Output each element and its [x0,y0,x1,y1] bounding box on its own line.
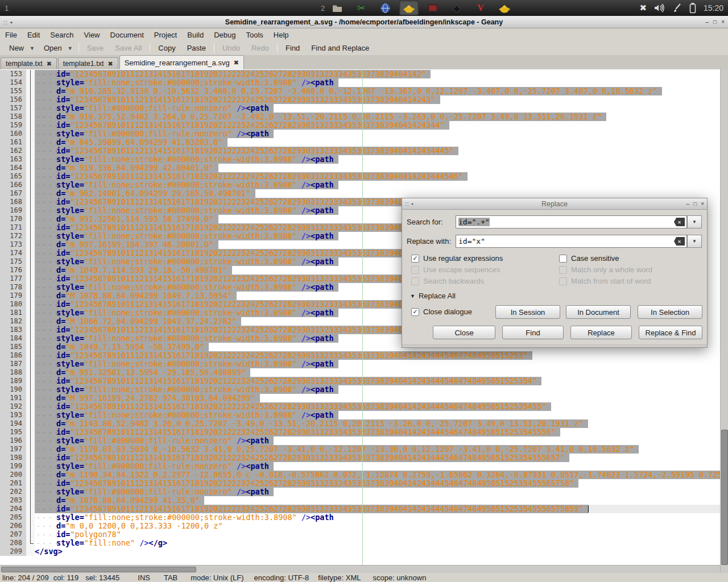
fold-margin[interactable] [26,317,35,326]
scissors-icon[interactable]: ✂ [351,1,371,15]
menu-help[interactable]: Help [268,30,294,40]
tab-template1.txt[interactable]: template1.txt✖ [58,57,118,69]
terminal-icon[interactable] [423,1,442,15]
replace-dialog-titlebar[interactable]: :: ▪ Replace – □ × [402,198,707,210]
checkbox-word-start[interactable]: Match from start of word [559,277,651,285]
file-manager-icon[interactable] [328,1,347,15]
maximize-button[interactable]: □ [713,19,717,25]
close-button-dialog[interactable]: Close [433,326,495,339]
chevron-down-icon[interactable]: ▼ [68,44,76,53]
fold-margin[interactable] [26,95,35,104]
vertical-scrollbar-thumb[interactable] [721,430,728,565]
tab-close-icon[interactable]: ✖ [47,60,52,68]
fold-margin[interactable] [26,419,35,428]
fold-margin[interactable] [26,70,35,78]
menu-debug[interactable]: Debug [209,30,241,40]
fold-margin[interactable] [26,522,35,530]
replace-all-expander[interactable]: ▼ Replace All [410,292,456,300]
fold-margin[interactable] [26,436,35,445]
horizontal-scrollbar-thumb[interactable] [1,567,196,572]
battery-icon[interactable] [689,2,697,14]
find-button[interactable]: Find [502,326,564,339]
paste-button[interactable]: Paste [181,42,212,54]
fold-margin[interactable] [26,411,35,419]
in-session-button[interactable]: In Session [495,305,560,319]
find-button[interactable]: Find [280,42,305,54]
fold-margin[interactable] [26,496,35,505]
fold-margin[interactable] [26,257,35,266]
fold-margin[interactable] [26,479,35,488]
web-browser-icon[interactable] [375,1,395,15]
fold-margin[interactable] [26,275,35,283]
in-selection-button[interactable]: In Selection [638,305,702,319]
copy-button[interactable]: Copy [152,42,181,54]
fold-margin[interactable] [26,428,35,436]
replace-and-find-button[interactable]: Replace & Find [639,326,702,339]
in-document-button[interactable]: In Document [566,305,631,319]
checkbox-search-backwards[interactable]: Search backwards [411,277,484,285]
menu-project[interactable]: Project [149,30,182,40]
teapot-icon[interactable] [399,1,419,15]
fold-margin[interactable] [26,309,35,317]
vertical-scrollbar[interactable] [720,69,728,573]
dialog-menu-icon[interactable]: :: ▪ [405,201,414,207]
fold-margin[interactable] [26,78,35,87]
fold-margin[interactable] [26,360,35,368]
menu-edit[interactable]: Edit [22,30,45,40]
clear-search-icon[interactable]: ✕ [674,218,685,226]
fold-margin[interactable] [26,104,35,113]
inkscape-icon[interactable]: ◆ [447,1,466,15]
fold-margin[interactable] [26,351,35,360]
fold-margin[interactable] [26,223,35,232]
dialog-maximize-button[interactable]: □ [693,201,697,207]
clock[interactable]: 15:20 [704,3,723,13]
fold-margin[interactable] [26,462,35,471]
menu-view[interactable]: View [79,30,105,40]
fold-margin[interactable] [26,368,35,377]
fold-margin[interactable] [26,232,35,240]
fold-margin[interactable] [26,87,35,95]
fold-margin[interactable] [26,300,35,309]
search-input[interactable]: id=".+" ✕ [456,215,687,228]
dialog-close-button[interactable]: × [701,201,704,207]
vlc-icon[interactable]: V [471,1,490,15]
fold-margin[interactable] [26,471,35,479]
fold-margin[interactable] [26,539,35,547]
new-button[interactable]: New [3,42,30,54]
fold-margin[interactable] [26,215,35,223]
fold-margin[interactable] [26,547,35,556]
fold-margin[interactable] [26,343,35,351]
fold-margin[interactable] [26,266,35,275]
brush-icon[interactable] [672,3,682,13]
find-and-replace-button[interactable]: Find and Replace [305,42,375,54]
dialog-resize-handle[interactable] [402,344,707,347]
clear-replace-icon[interactable]: ✕ [674,237,685,246]
fold-margin[interactable] [26,292,35,300]
open-button[interactable]: Open [38,42,68,54]
fold-margin[interactable] [26,138,35,147]
fold-margin[interactable] [26,334,35,343]
minimize-button[interactable]: – [706,19,709,25]
checkbox-case-sensitive[interactable]: Case sensitive [559,254,619,263]
fold-margin[interactable] [26,402,35,411]
fold-margin[interactable] [26,130,35,138]
window-titlebar[interactable]: :: ▪ Semidine_rearrangement_a.svg - /hom… [0,16,728,28]
tab-close-icon[interactable]: ✖ [234,59,239,66]
menu-build[interactable]: Build [182,30,209,40]
menu-file[interactable]: File [0,30,22,40]
fold-margin[interactable] [26,113,35,121]
close-button[interactable]: × [721,19,725,25]
fold-margin[interactable] [26,249,35,257]
volume-icon[interactable] [653,3,665,13]
replace-dropdown-button[interactable]: ▼ [687,235,702,248]
checkbox-close-dialogue[interactable]: ✓Close dialogue [411,307,472,316]
fold-margin[interactable] [26,445,35,454]
fold-margin[interactable] [26,283,35,292]
dialog-minimize-button[interactable]: – [686,201,690,207]
fold-margin[interactable] [26,206,35,215]
fold-margin[interactable] [26,326,35,334]
fold-margin[interactable] [26,240,35,249]
replace-dialog[interactable]: :: ▪ Replace – □ × Search for: id=".+" ✕… [402,198,708,348]
checkbox-escape-sequences[interactable]: Use escape sequences [411,265,500,274]
fold-margin[interactable] [26,189,35,198]
